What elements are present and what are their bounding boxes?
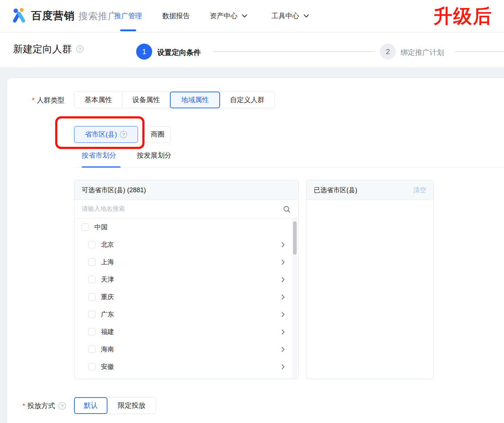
search-icon[interactable] (283, 206, 290, 213)
region-name: 安徽 (101, 362, 114, 371)
region-name: 广东 (101, 310, 114, 319)
help-icon[interactable]: ? (120, 131, 127, 138)
required-asterisk: * (23, 402, 25, 410)
checkbox[interactable] (88, 293, 95, 301)
nav-item-promotion-management[interactable]: 推广管理 (114, 0, 142, 32)
list-item-beijing[interactable]: 北京 (74, 236, 298, 253)
list-item-china[interactable]: 中国 (74, 218, 298, 236)
region-name: 海南 (101, 345, 114, 354)
top-nav: 百度营销 搜索推广 推广管理 数据报告 资产中心 工具中心 升级后 (0, 0, 504, 32)
button-label: 商圈 (151, 130, 164, 139)
nav-item-asset-center[interactable]: 资产中心 (210, 0, 247, 32)
nav-item-tool-center[interactable]: 工具中心 (272, 0, 309, 32)
tab-custom-audience[interactable]: 自定义人群 (220, 92, 275, 108)
selected-panel-header: 已选省市区(县) 清空 (306, 180, 434, 200)
nav-item-label: 工具中心 (272, 11, 299, 21)
required-asterisk: * (32, 96, 34, 104)
brand-name: 百度营销 (31, 9, 75, 23)
tab-divider-line (74, 168, 504, 168)
chevron-right-icon[interactable] (281, 347, 285, 352)
region-tree-list: 中国 北京 上海 天津 重庆 (74, 218, 298, 379)
step-header: 新建定向人群 ? 1 设置定向条件 2 绑定推广计划 (0, 33, 504, 67)
step-connector (455, 51, 504, 52)
field-label-text: 人群类型 (37, 96, 64, 105)
delivery-mode-tabs: 默认 限定投放 (74, 397, 156, 414)
region-name: 天津 (101, 275, 114, 284)
checkbox[interactable] (88, 346, 95, 353)
checkbox[interactable] (88, 276, 95, 283)
checkbox[interactable] (88, 328, 95, 335)
region-name: 北京 (101, 240, 114, 249)
chevron-right-icon[interactable] (281, 277, 285, 282)
nav-item-data-report[interactable]: 数据报告 (162, 0, 190, 32)
audience-type-label: * 人群类型 (32, 96, 64, 105)
list-item-guangdong[interactable]: 广东 (74, 306, 298, 323)
scrollbar-thumb[interactable] (293, 221, 297, 255)
step-2-label: 绑定推广计划 (401, 48, 444, 57)
step-connector (213, 51, 374, 52)
brand-logo[interactable]: 百度营销 搜索推广 (11, 0, 118, 32)
active-nav-underline (120, 29, 136, 31)
delivery-default-button[interactable]: 默认 (74, 397, 107, 414)
clear-selection-button[interactable]: 清空 (413, 186, 426, 194)
brand-product-name: 搜索推广 (78, 10, 118, 23)
chevron-right-icon[interactable] (281, 312, 285, 317)
region-search-row (74, 200, 298, 218)
list-item-fujian[interactable]: 福建 (74, 323, 298, 341)
nav-item-label: 数据报告 (162, 11, 190, 21)
delivery-restricted-button[interactable]: 限定投放 (107, 397, 156, 414)
step-2-badge: 2 (380, 44, 396, 60)
upgrade-annotation-text: 升级后 (434, 6, 492, 26)
list-item-hainan[interactable]: 海南 (74, 341, 298, 358)
chevron-right-icon[interactable] (281, 242, 285, 247)
tab-by-province-city[interactable]: 按省市划分 (82, 151, 116, 160)
business-district-button[interactable]: 商圈 (144, 126, 171, 143)
region-search-input[interactable] (74, 200, 298, 218)
checkbox[interactable] (88, 311, 95, 318)
region-name: 福建 (101, 327, 114, 336)
step-1-label: 设置定向条件 (157, 48, 201, 57)
checkbox[interactable] (88, 241, 95, 248)
tab-region-attributes[interactable]: 地域属性 (170, 92, 220, 108)
province-city-district-button[interactable]: 省市区(县) ? (74, 126, 138, 143)
page-title-text: 新建定向人群 (13, 43, 72, 56)
button-label: 省市区(县) (85, 130, 117, 139)
nav-item-label: 资产中心 (210, 11, 237, 21)
available-panel-title: 可选省市区(县) (2881) (82, 186, 146, 194)
chevron-right-icon[interactable] (281, 294, 285, 300)
field-label-text: 投放方式 (27, 401, 55, 411)
list-item-tianjin[interactable]: 天津 (74, 271, 298, 288)
tab-by-development[interactable]: 按发展划分 (137, 151, 171, 160)
help-icon[interactable]: ? (76, 45, 84, 53)
list-item-anhui[interactable]: 安徽 (74, 358, 298, 375)
checkbox[interactable] (82, 223, 89, 231)
list-item-shanghai[interactable]: 上海 (74, 253, 298, 271)
delivery-mode-label: * 投放方式 ? (23, 401, 66, 411)
page-title: 新建定向人群 ? (13, 43, 84, 56)
tab-basic-attributes[interactable]: 基本属性 (74, 92, 122, 108)
checkbox[interactable] (88, 363, 95, 370)
checkbox[interactable] (88, 258, 95, 266)
selected-panel-title: 已选省市区(县) (314, 186, 357, 194)
list-item-chongqing[interactable]: 重庆 (74, 288, 298, 306)
audience-type-tabs: 基本属性 设备属性 地域属性 自定义人群 (74, 92, 275, 108)
step-1-badge: 1 (136, 44, 152, 60)
available-regions-panel: 可选省市区(县) (2881) 中国 北京 上海 (74, 180, 299, 379)
tab-device-attributes[interactable]: 设备属性 (122, 92, 170, 108)
chevron-right-icon[interactable] (281, 259, 285, 265)
selected-regions-panel: 已选省市区(县) 清空 (306, 180, 434, 379)
region-name: 中国 (94, 223, 107, 231)
available-panel-header: 可选省市区(县) (2881) (74, 180, 298, 200)
chevron-right-icon[interactable] (281, 364, 285, 370)
main-content-card: * 人群类型 基本属性 设备属性 地域属性 自定义人群 省市区(县) ? 商圈 … (7, 78, 504, 423)
chevron-right-icon[interactable] (281, 329, 285, 335)
region-name: 上海 (101, 258, 114, 266)
chevron-down-icon (304, 14, 309, 18)
help-icon[interactable]: ? (58, 402, 66, 410)
region-name: 重庆 (101, 293, 114, 301)
baidu-marketing-logo-icon (11, 8, 28, 24)
chevron-down-icon (242, 14, 247, 18)
nav-item-label: 推广管理 (114, 11, 142, 21)
